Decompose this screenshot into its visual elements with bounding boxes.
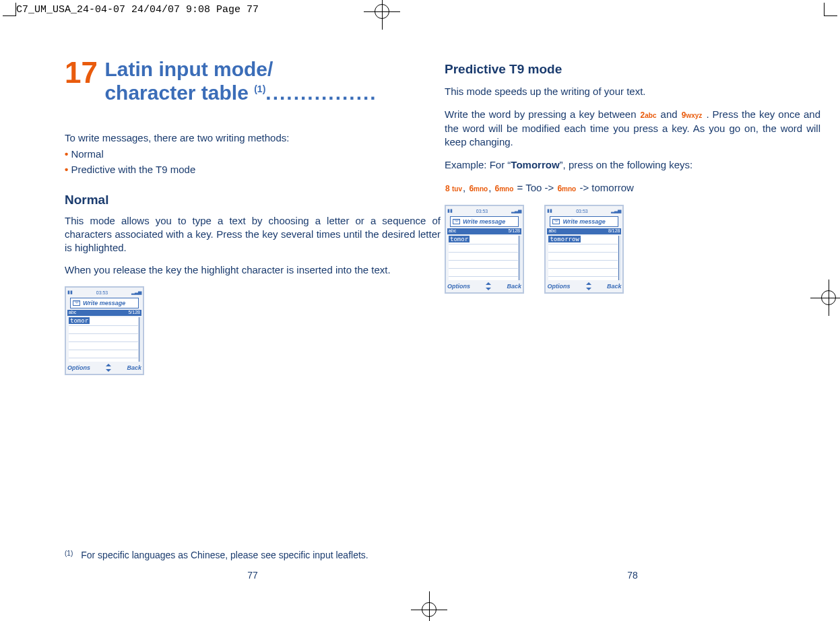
- phone-title-text: Write message: [83, 300, 125, 306]
- phone-title-bar: Write message: [70, 298, 139, 308]
- phone-text-area: tomor: [449, 236, 518, 280]
- registration-mark-bottom: [411, 591, 447, 621]
- phone-scrollbar: [618, 236, 621, 280]
- key-9-icon: 9wxy​z: [681, 110, 703, 121]
- t9-p1: This mode speeds up the writing of your …: [445, 85, 820, 98]
- seq-eq: = Too ->: [517, 182, 554, 193]
- t9-key-sequence: 8 tuv, 6mno, 6mno = Too -> 6mno -> tomor…: [445, 181, 820, 195]
- footnote-mark: (1): [65, 550, 73, 560]
- phone-time: 03:53: [576, 209, 588, 214]
- phone-scrollbar: [519, 236, 521, 280]
- phone-softkey-options: Options: [67, 364, 90, 371]
- phone-softkey-options: Options: [447, 283, 470, 290]
- battery-icon: ▮▮: [547, 208, 552, 214]
- phone-screenshot-t9-too: ▮▮ 03:53 ▂▃▅ Write message abc 5/128 tom…: [445, 205, 524, 294]
- phone-mode-bar: abc 5/128: [67, 310, 141, 316]
- page-77: 17 Latin input mode/ character table (1)…: [65, 58, 441, 581]
- phone-typed-text: tomor: [69, 317, 90, 324]
- t9-p2: Write the word by pressing a key between…: [445, 108, 820, 149]
- phone-softkey-back: Back: [507, 283, 521, 290]
- chapter-number: 17: [65, 58, 98, 88]
- phone-softkey-back: Back: [127, 364, 141, 371]
- signal-icon: ▂▃▅: [611, 208, 621, 214]
- key-6-icon-3: 6mno: [556, 183, 577, 194]
- phone-screenshot-t9-tomorrow: ▮▮ 03:53 ▂▃▅ Write message abc 8/128 tom…: [544, 205, 624, 294]
- chapter-title-line2: character table: [104, 81, 254, 104]
- phone-mode-bar: abc 8/128: [547, 228, 621, 234]
- registration-mark-top: [364, 0, 400, 30]
- phone-time: 03:53: [476, 209, 488, 214]
- battery-icon: ▮▮: [447, 208, 453, 214]
- t9-example: Example: For “Tomorrow”, press on the fo…: [445, 158, 820, 172]
- signal-icon: ▂▃▅: [511, 208, 521, 214]
- bullet-normal: • Normal: [65, 148, 441, 161]
- print-header-strip: C7_UM_USA_24-04-07 24/04/07 9:08 Page 77: [16, 4, 259, 15]
- example-after: ”, press on the following keys:: [560, 159, 693, 170]
- phone-nav-icon: [103, 364, 114, 372]
- phone-softkeys: Options Back: [447, 282, 521, 291]
- normal-heading: Normal: [65, 193, 441, 207]
- phone-screenshot-normal: ▮▮ 03:53 ▂▃▅ Write message abc 5/128 tom…: [65, 286, 144, 375]
- t9-p2a: Write the word by pressing a key between: [445, 108, 640, 120]
- phone-softkeys: Options Back: [67, 363, 141, 372]
- normal-p1: This mode allows you to type a text by c…: [65, 214, 441, 255]
- key-8-icon: 8 tuv: [445, 183, 463, 194]
- bullet-normal-label: Normal: [71, 148, 103, 160]
- t9-heading: Predictive T9 mode: [445, 62, 820, 77]
- phone-title-text: Write message: [463, 218, 505, 225]
- phone-softkeys: Options Back: [547, 282, 621, 291]
- example-word: Tomorrow: [511, 159, 559, 170]
- phone-time: 03:53: [96, 290, 108, 295]
- phone-mode-bar: abc 5/128: [447, 228, 521, 234]
- phone-title-bar: Write message: [450, 216, 519, 227]
- phone-text-area: tomorrow: [548, 236, 618, 280]
- t9-phone-row: ▮▮ 03:53 ▂▃▅ Write message abc 5/128 tom…: [445, 195, 820, 294]
- phone-nav-icon: [483, 282, 494, 290]
- key-2-icon: 2abc: [640, 110, 657, 121]
- phone-char-counter: 8/128: [608, 228, 620, 234]
- signal-icon: ▂▃▅: [131, 290, 141, 295]
- footnote-text: For specific languages as Chinese, pleas…: [81, 550, 368, 560]
- print-header-text: C7_UM_USA_24-04-07 24/04/07 9:08 Page 77: [16, 4, 259, 15]
- page-number-78: 78: [445, 570, 820, 581]
- phone-title-bar: Write message: [550, 216, 618, 227]
- key-6-icon-2: 6mno: [494, 183, 515, 194]
- intro-text: To write messages, there are two writing…: [65, 131, 441, 145]
- phone-char-counter: 5/128: [128, 310, 140, 316]
- page-number-77: 77: [65, 570, 441, 581]
- chapter-title-line1: Latin input mode/: [104, 58, 273, 80]
- phone-status-bar: ▮▮ 03:53 ▂▃▅: [547, 207, 621, 215]
- battery-icon: ▮▮: [67, 290, 73, 295]
- phone-input-mode: abc: [449, 228, 456, 234]
- footnote: (1) For specific languages as Chinese, p…: [65, 550, 368, 560]
- phone-softkey-options: Options: [547, 283, 570, 290]
- crop-mark-top-right: [824, 3, 837, 16]
- envelope-icon: [73, 300, 80, 306]
- page-78: Predictive T9 mode This mode speeds up t…: [445, 58, 820, 581]
- phone-status-bar: ▮▮ 03:53 ▂▃▅: [447, 207, 521, 215]
- chapter-dots: ................: [265, 81, 377, 104]
- chapter-heading: 17 Latin input mode/ character table (1)…: [65, 58, 441, 104]
- t9-p2b: and: [661, 108, 681, 120]
- phone-scrollbar: [139, 317, 141, 362]
- crop-mark-top-left: [3, 3, 16, 16]
- phone-char-counter: 5/128: [508, 228, 520, 234]
- phone-text-area: tomor: [69, 317, 138, 362]
- bullet-t9: • Predictive with the T9 mode: [65, 163, 441, 176]
- phone-softkey-back: Back: [607, 283, 622, 290]
- envelope-icon: [552, 219, 560, 224]
- chapter-title: Latin input mode/ character table (1)...…: [104, 58, 377, 104]
- seq-arrow2: -> tomorrow: [579, 182, 633, 193]
- phone-nav-icon: [583, 282, 594, 290]
- phone-status-bar: ▮▮ 03:53 ▂▃▅: [67, 289, 141, 296]
- example-label: Example: For “: [445, 159, 511, 170]
- phone-typed-text: tomorrow: [548, 236, 580, 242]
- phone-input-mode: abc: [69, 310, 76, 316]
- envelope-icon: [453, 219, 460, 224]
- normal-p2: When you release the key the highlight c…: [65, 263, 441, 277]
- phone-title-text: Write message: [562, 218, 605, 225]
- bullet-t9-label: Predictive with the T9 mode: [71, 164, 195, 175]
- phone-input-mode: abc: [548, 228, 556, 234]
- phone-typed-text: tomor: [449, 236, 470, 242]
- key-6-icon-1: 6mno: [468, 183, 488, 194]
